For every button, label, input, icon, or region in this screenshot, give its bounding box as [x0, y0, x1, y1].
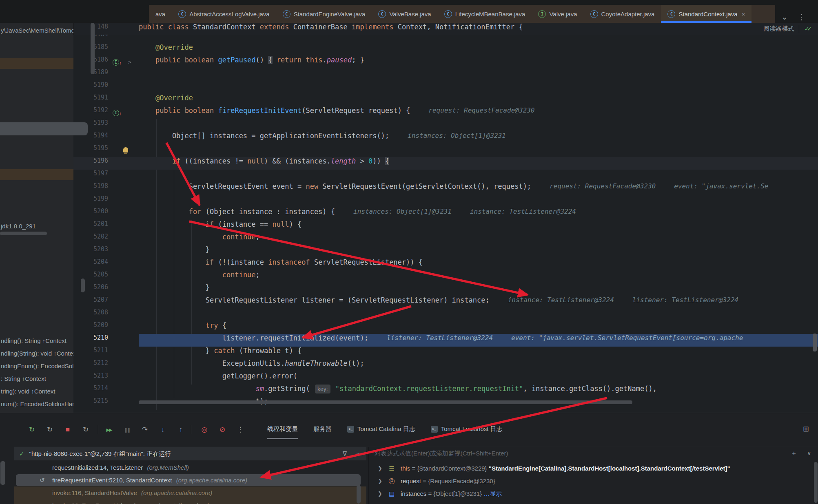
expand-chevron-icon[interactable]: ❯	[378, 487, 382, 500]
rerun-debug-icon[interactable]: ↻	[44, 424, 56, 435]
thread-selector[interactable]: ✓ "http-nio-8080-exec-1"@2,739 在组"main":…	[14, 447, 366, 460]
code-line[interactable]: 5190	[73, 81, 818, 94]
vertical-scrollbar[interactable]	[81, 279, 85, 292]
code-line[interactable]: 5189	[73, 69, 818, 81]
code-line[interactable]: 5202 continue;	[73, 233, 818, 245]
editor-horizontal-scrollbar[interactable]	[139, 400, 632, 404]
code-line[interactable]: 5201 if (instance == null) {	[73, 220, 818, 233]
show-more-link[interactable]: …显示	[483, 490, 502, 497]
stack-frame-row[interactable]: invoke:116, StandardHostValve (org.apach…	[14, 486, 366, 499]
intention-bulb-icon[interactable]	[123, 147, 128, 153]
stack-frame-row[interactable]: requestInitialized:14, TestListener (org…	[14, 461, 366, 474]
vertical-scrollbar[interactable]	[91, 23, 95, 74]
code-line[interactable]: 5185 @Override	[73, 43, 818, 56]
watch-expression-input[interactable]: 对表达式求值(Enter)或添加监视(Ctrl+Shift+Enter) + ∨	[369, 447, 818, 460]
chevron-down-icon[interactable]: ⌄	[781, 12, 788, 22]
code-line[interactable]: 5205 continue;	[73, 271, 818, 283]
override-method-icon[interactable]: I↑	[113, 59, 119, 65]
close-icon[interactable]: ×	[742, 11, 745, 18]
variable-row-this[interactable]: ❯☰this = {StandardContext@3229} "Standar…	[369, 462, 818, 475]
code-line[interactable]: 5193	[73, 119, 818, 132]
tab-abstractaccesslogvalve-java[interactable]: CAbstractAccessLogValve.java	[172, 5, 276, 23]
code-line[interactable]: 5214 sm.getString( key: "standardContext…	[73, 385, 818, 397]
code-line[interactable]: 5203 }	[73, 245, 818, 258]
method-list-item[interactable]: : String ↑Context	[1, 375, 46, 382]
code-line[interactable]: 5199	[73, 195, 818, 208]
step-into-icon[interactable]: ↓	[157, 424, 169, 435]
variable-row-instances[interactable]: ❯▤instances = {Object[1]@3231} …显示	[369, 487, 818, 500]
vertical-scrollbar[interactable]	[0, 461, 5, 485]
tab-valvebase-java[interactable]: CValveBase.java	[372, 5, 437, 23]
fold-chevron-icon[interactable]: >	[128, 56, 131, 69]
debug-tab--[interactable]: 线程和变量	[267, 413, 298, 445]
mute-breakpoints-icon[interactable]: ⊘	[216, 424, 228, 435]
resume-icon[interactable]: ▶▶	[103, 424, 115, 435]
method-list-item[interactable]: ndling(String): void ↑Context	[1, 350, 74, 357]
tab-standardcontext-java[interactable]: CStandardContext.java×	[661, 5, 751, 23]
editor-vertical-scrollbar[interactable]	[813, 334, 817, 351]
code-line[interactable]: 5196 if ((instances != null) && (instanc…	[73, 157, 818, 170]
tab-lifecyclembeanbase-java[interactable]: CLifecycleMBeanBase.java	[438, 5, 532, 23]
expand-chevron-icon[interactable]: ❯	[378, 475, 382, 487]
tab-ava[interactable]: ava	[149, 5, 172, 23]
code-line[interactable]: 5206 }	[73, 283, 818, 296]
vertical-scrollbar[interactable]	[814, 462, 818, 503]
code-line[interactable]: 5198 ServletRequestEvent event = new Ser…	[73, 182, 818, 195]
code-line[interactable]: 5207 ServletRequestListener listener = (…	[73, 296, 818, 309]
vertical-scrollbar[interactable]	[357, 485, 361, 504]
stop-icon[interactable]: ■	[62, 424, 74, 435]
project-path-label[interactable]: y\JavaSec\MemShell\TomcatSe	[1, 27, 74, 34]
more-icon[interactable]: ⋮	[234, 424, 246, 435]
sidebar-hover-row[interactable]	[0, 122, 88, 135]
layout-settings-icon[interactable]: ⊞	[803, 424, 809, 433]
stack-frame-row[interactable]: invoke:93, ErrorReportValve (org.apache.…	[14, 499, 366, 504]
restart-icon[interactable]: ↻	[80, 424, 92, 435]
code-line[interactable]: 5204 if (!(instance instanceof ServletRe…	[73, 258, 818, 271]
method-list-item[interactable]: ndlingEnum(): EncodedSolidusH	[1, 363, 74, 369]
jdk-label[interactable]: jdk1.8.0_291	[1, 223, 36, 230]
kebab-menu-icon[interactable]: ⋮	[798, 12, 805, 22]
chevron-down-icon[interactable]: ∨	[807, 447, 811, 460]
variable-row-event[interactable]: ❯☰event = {ServletRequestEvent@3225} "ja…	[369, 500, 818, 504]
override-method-icon[interactable]: I↑	[113, 109, 119, 115]
code-line[interactable]: 5186I↑> public boolean getPaused() { ret…	[73, 56, 818, 69]
code-line[interactable]: 5194 Object[] instances = getApplication…	[73, 132, 818, 144]
method-list-item[interactable]: ndling(): String ↑Context	[1, 337, 67, 344]
horizontal-scrollbar[interactable]	[0, 232, 47, 235]
code-editor[interactable]: 51845185 @Override5186I↑> public boolean…	[73, 35, 818, 413]
pause-icon[interactable]: ❚❚	[121, 424, 133, 435]
code-line[interactable]: 5195	[73, 144, 818, 157]
add-watch-icon[interactable]: +	[792, 447, 796, 460]
step-over-icon[interactable]: ↷	[139, 424, 151, 435]
code-line[interactable]: 5197	[73, 170, 818, 182]
code-line[interactable]: 5213 getLogger().error(	[73, 372, 818, 385]
debug-tab-tomcat-catalina-[interactable]: >_Tomcat Catalina 日志	[347, 413, 415, 445]
filter-icon[interactable]: ∇	[343, 450, 347, 458]
reset-frame-icon[interactable]: ◎	[198, 424, 211, 435]
code-line[interactable]: 5211 } catch (Throwable t) {	[73, 347, 818, 359]
debug-tab-tomcat-localhost-[interactable]: >_Tomcat Localhost 日志	[431, 413, 503, 445]
chevron-down-icon[interactable]: ∨	[356, 451, 360, 457]
method-list-item[interactable]: num(): EncodedSolidusHandling	[1, 400, 74, 407]
reader-mode-label[interactable]: 阅读器模式	[763, 25, 794, 33]
code-line[interactable]: 5191 @Override	[73, 94, 818, 106]
stack-frame-row[interactable]: ↺fireRequestInitEvent:5210, StandardCont…	[14, 474, 366, 486]
sidebar-selected-row[interactable]	[0, 58, 73, 69]
code-line[interactable]: 5200 for (Object instance : instances) {…	[73, 208, 818, 220]
method-list-item[interactable]: tring): void ↑Context	[1, 388, 55, 395]
variable-row-request[interactable]: ❯ⓟrequest = {RequestFacade@3230}	[369, 475, 818, 487]
code-line[interactable]: 5184	[73, 35, 818, 43]
expand-chevron-icon[interactable]: ❯	[378, 462, 382, 475]
rerun-icon[interactable]: ↻	[26, 424, 38, 435]
inspections-ok-icon[interactable]: ✓✓	[804, 25, 812, 33]
tab-valve-java[interactable]: IValve.java	[532, 5, 583, 23]
debug-tab--[interactable]: 服务器	[313, 413, 332, 445]
sidebar-selected-row[interactable]	[0, 169, 73, 180]
expand-chevron-icon[interactable]: ❯	[378, 500, 382, 504]
code-line[interactable]: 5210 listener.requestInitialized(event);…	[73, 334, 818, 347]
code-line[interactable]: 5212 ExceptionUtils.handleThrowable(t);	[73, 359, 818, 372]
tab-standardenginevalve-java[interactable]: CStandardEngineValve.java	[276, 5, 372, 23]
code-line[interactable]: 5208	[73, 309, 818, 321]
code-line[interactable]: 5192I↑ public boolean fireRequestInitEve…	[73, 106, 818, 119]
step-out-icon[interactable]: ↑	[175, 424, 187, 435]
